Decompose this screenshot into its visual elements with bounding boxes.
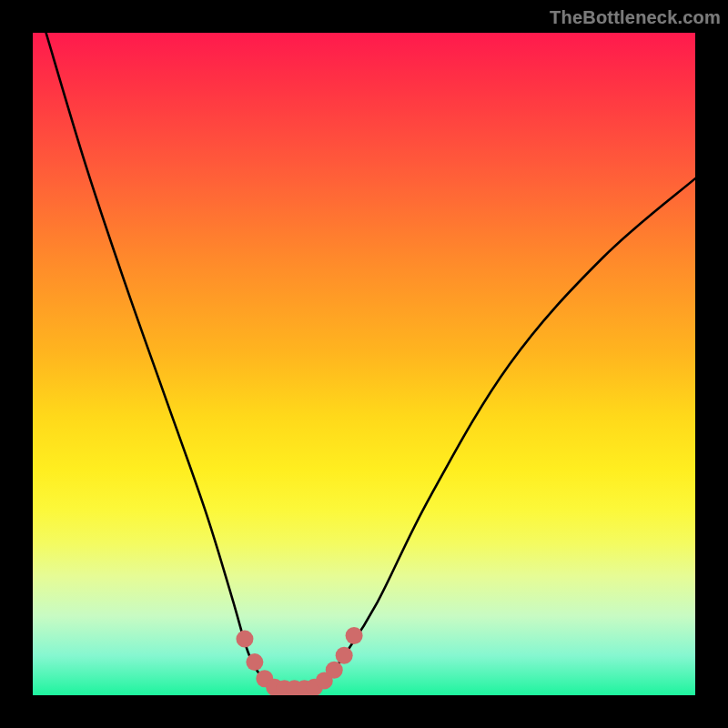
curve-layer [33,33,695,695]
highlight-dot [346,627,363,644]
curve-highlight [236,627,362,695]
highlight-dot [236,631,253,648]
highlight-dot [326,662,343,679]
chart-frame: TheBottleneck.com [0,0,728,728]
attribution-label: TheBottleneck.com [550,7,721,28]
highlight-dot [246,653,263,671]
plot-area [33,33,695,695]
bottleneck-curve [46,33,695,690]
highlight-dot [336,647,353,664]
